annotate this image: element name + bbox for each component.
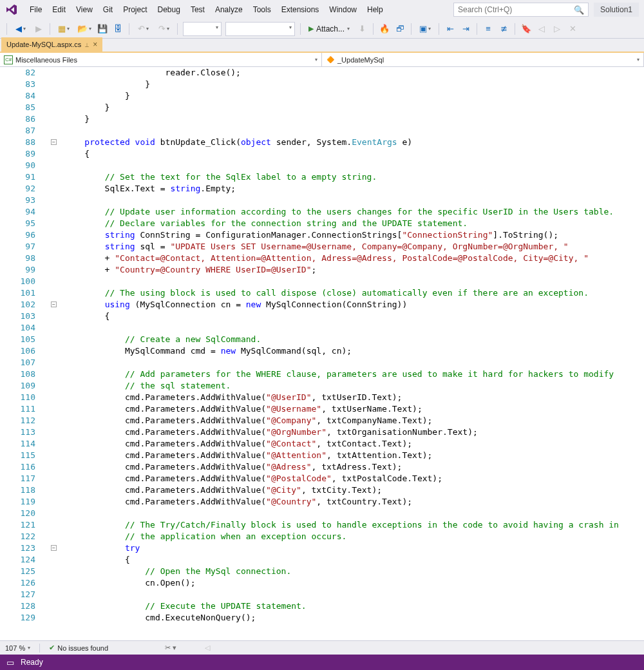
- menu-analyze[interactable]: Analyze: [210, 3, 248, 17]
- tab-filename: Update-MySQL.aspx.cs: [6, 41, 81, 48]
- fold-margin: −−−: [42, 67, 64, 640]
- class-label: _UpdateMySql: [337, 56, 384, 64]
- project-combo[interactable]: C# Miscellaneous Files: [0, 53, 322, 66]
- menu-edit[interactable]: Edit: [47, 3, 71, 17]
- comment-button[interactable]: ≡: [481, 22, 495, 36]
- fire-events-button[interactable]: 🔥: [377, 22, 392, 36]
- new-project-button[interactable]: ▦: [54, 22, 73, 36]
- csharp-icon: C#: [4, 55, 13, 64]
- bookmark-button[interactable]: 🔖: [519, 22, 533, 36]
- file-tab[interactable]: Update-MySQL.aspx.cs ⟂ ×: [1, 37, 102, 52]
- save-button[interactable]: 💾: [95, 22, 109, 36]
- close-icon[interactable]: ×: [93, 40, 97, 49]
- search-input[interactable]: [454, 5, 570, 14]
- window-icon: ▭: [6, 658, 14, 667]
- menu-debug[interactable]: Debug: [153, 3, 185, 17]
- indent-more-button[interactable]: ⇥: [459, 22, 473, 36]
- solution-selector[interactable]: Solution1: [594, 3, 639, 17]
- save-all-button[interactable]: 🗄: [111, 22, 125, 36]
- attach-button[interactable]: ▶ Attach... ▾: [305, 22, 354, 36]
- solution-config-combo[interactable]: [183, 22, 222, 36]
- bookmark-next-button[interactable]: ▷: [550, 22, 564, 36]
- code-nav-bar: C# Miscellaneous Files 🔶 _UpdateMySql: [0, 53, 644, 67]
- status-text: Ready: [21, 658, 43, 667]
- ok-icon: ✔: [49, 644, 55, 652]
- menu-view[interactable]: View: [71, 3, 98, 17]
- menu-bar: FileEditViewGitProjectDebugTestAnalyzeTo…: [0, 0, 644, 19]
- view-button[interactable]: ▣: [415, 22, 435, 36]
- redo-button[interactable]: ↷: [154, 22, 173, 36]
- bookmark-prev-button[interactable]: ◁: [535, 22, 549, 36]
- fold-toggle[interactable]: −: [51, 139, 57, 145]
- fold-toggle[interactable]: −: [51, 302, 57, 307]
- tool-indicator[interactable]: ✂ ▾: [165, 644, 176, 652]
- status-bar: ▭ Ready: [0, 655, 644, 670]
- debug-target-button[interactable]: ⬇: [355, 22, 369, 36]
- indent-less-button[interactable]: ⇤: [443, 22, 457, 36]
- vs-logo-icon: [4, 2, 19, 17]
- play-icon: ▶: [308, 24, 314, 33]
- fold-toggle[interactable]: −: [51, 545, 57, 551]
- pin-icon[interactable]: ⟂: [85, 41, 89, 48]
- main-toolbar: ◀ ▶ ▦ 📂 💾 🗄 ↶ ↷ ▶ Attach... ▾ ⬇ 🔥 🗗 ▣ ⇤ …: [0, 19, 644, 39]
- nav-fwd-button[interactable]: ▶: [32, 22, 46, 36]
- menu-file[interactable]: File: [24, 3, 47, 17]
- menu-test[interactable]: Test: [185, 3, 210, 17]
- find-in-files-button[interactable]: 🗗: [393, 22, 407, 36]
- issues-text: No issues found: [57, 644, 108, 652]
- code-editor[interactable]: 8283848586878889909192939495969798991001…: [0, 67, 644, 640]
- menu-extensions[interactable]: Extensions: [276, 3, 325, 17]
- open-file-button[interactable]: 📂: [75, 22, 94, 36]
- editor-status-bar: 107 % ✔ No issues found ✂ ▾ ◁: [0, 640, 644, 655]
- nav-back-button[interactable]: ◀: [11, 22, 30, 36]
- menu-project[interactable]: Project: [118, 3, 152, 17]
- uncomment-button[interactable]: ≢: [497, 22, 511, 36]
- search-icon[interactable]: 🔍: [570, 5, 588, 15]
- menu-tools[interactable]: Tools: [248, 3, 276, 17]
- document-tab-bar: Update-MySQL.aspx.cs ⟂ ×: [0, 39, 644, 53]
- attach-label: Attach...: [316, 24, 345, 34]
- class-combo[interactable]: 🔶 _UpdateMySql: [322, 53, 644, 66]
- project-label: Miscellaneous Files: [15, 56, 77, 64]
- issues-indicator[interactable]: ✔ No issues found: [49, 644, 108, 652]
- solution-platform-combo[interactable]: [225, 22, 295, 36]
- menu-help[interactable]: Help: [362, 3, 388, 17]
- undo-button[interactable]: ↶: [133, 22, 153, 36]
- menu-git[interactable]: Git: [98, 3, 118, 17]
- code-content[interactable]: reader.Close(); } } } } protected void b…: [64, 67, 644, 640]
- bookmark-clear-button[interactable]: ✕: [565, 22, 580, 36]
- nav-left-icon[interactable]: ◁: [205, 644, 210, 652]
- class-icon: 🔶: [326, 55, 335, 64]
- line-numbers: 8283848586878889909192939495969798991001…: [0, 67, 42, 640]
- menu-window[interactable]: Window: [324, 3, 362, 17]
- zoom-level[interactable]: 107 %: [5, 644, 30, 652]
- quick-search[interactable]: 🔍: [453, 3, 589, 17]
